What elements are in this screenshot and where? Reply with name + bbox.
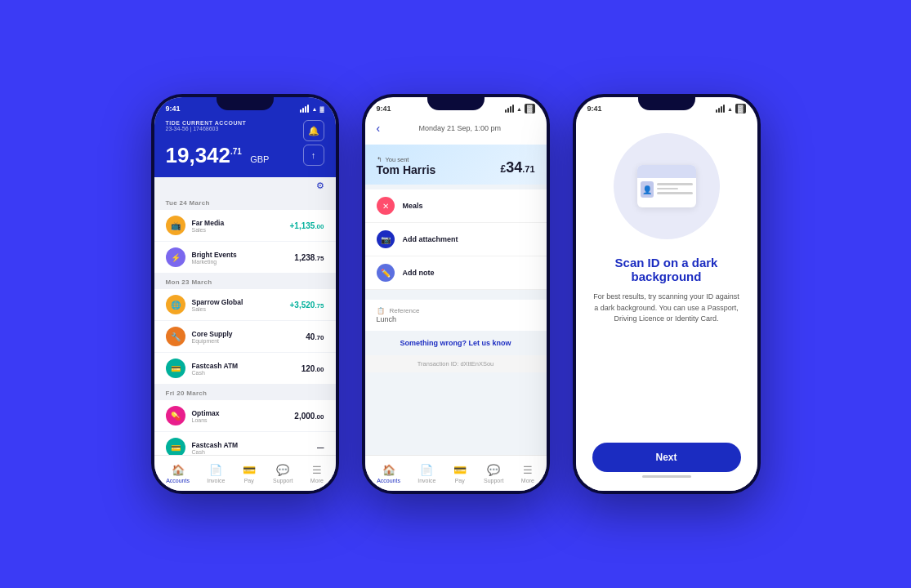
detail-add-attachment[interactable]: 📷 Add attachment: [365, 223, 547, 256]
amount-main: 34: [506, 159, 522, 176]
tx-core-supply[interactable]: 🔧 Core Supply Equipment 40.70: [154, 321, 336, 353]
phone-1: 9:41 ▲ ▓ TIDE CURRENT ACCOUNT 23-34-56 |…: [151, 94, 339, 494]
phone-3: 9:41 ▲ ▓ 👤: [573, 94, 761, 494]
battery-icon-2: ▓: [525, 104, 535, 114]
nav-pay-1[interactable]: 💳 Pay: [243, 464, 256, 483]
tx-fastcash-2[interactable]: 💳 Fastcash ATM Cash —: [154, 432, 336, 455]
nav-accounts-1[interactable]: 🏠 Accounts: [166, 464, 190, 483]
account-icon[interactable]: 🔔: [303, 120, 324, 141]
nav-support-2[interactable]: 💬 Support: [484, 464, 504, 483]
nav-pay-label: Pay: [244, 478, 254, 483]
next-button[interactable]: Next: [592, 443, 741, 472]
detail-section-tags: ✕ Meals 📷 Add attachment ✏️ Add note: [365, 189, 547, 290]
phone-2: 9:41 ▲ ▓ ‹ Monday 21 Sep, 1:00 pm: [362, 94, 550, 494]
status-icons-3: ▲ ▓: [716, 104, 746, 114]
tx-info-fastcash-1: Fastcash ATM Cash: [192, 362, 295, 376]
id-card-visual: 👤: [637, 165, 696, 207]
tx-detail-nav-header: ‹ Monday 21 Sep, 1:00 pm: [365, 117, 547, 145]
tx-icon-sparrow-global: 🌐: [166, 295, 185, 314]
section-gap: [365, 290, 547, 295]
nav-invoice-icon: 📄: [209, 464, 222, 476]
tx-amount-bright-events: 1,238.75: [294, 253, 324, 262]
attachment-label: Add attachment: [403, 235, 535, 243]
nav-support-1[interactable]: 💬 Support: [273, 464, 293, 483]
nav-invoice-1[interactable]: 📄 Invoice: [207, 464, 225, 483]
tx-cat-fastcash-1: Cash: [192, 370, 295, 376]
nav-pay-label-2: Pay: [455, 478, 465, 483]
signal-icon-3: [716, 105, 725, 113]
id-lines: [657, 181, 693, 197]
tx-optimax[interactable]: 💊 Optimax Loans 2,000.00: [154, 400, 336, 432]
id-card-content: 👤: [637, 178, 696, 201]
tx-cat-optimax: Loans: [192, 417, 288, 423]
nav-accounts-icon: 🏠: [172, 464, 185, 476]
tx-info-sparrow-global: Sparrow Global Sales: [192, 298, 284, 312]
nav-more-icon: ☰: [312, 464, 322, 476]
tx-far-media[interactable]: 📺 Far Media Sales +1,135.00: [154, 210, 336, 242]
tx-name-core-supply: Core Supply: [192, 330, 300, 338]
tx-amount-fastcash-2: —: [317, 443, 324, 452]
nav-invoice-icon-2: 📄: [420, 464, 433, 476]
tx-amount-far-media: +1,135.00: [290, 221, 324, 230]
id-line-1: [657, 183, 693, 185]
back-button[interactable]: ‹: [377, 122, 381, 135]
detail-meals[interactable]: ✕ Meals: [365, 189, 547, 223]
tx-info-bright-events: Bright Events Marketing: [192, 251, 288, 265]
tx-bright-events[interactable]: ⚡ Bright Events Marketing 1,238.75: [154, 242, 336, 274]
tx-sparrow-global[interactable]: 🌐 Sparrow Global Sales +3,520.75: [154, 289, 336, 321]
tx-info-far-media: Far Media Sales: [192, 219, 284, 233]
tx-amount-core-supply: 40.70: [306, 332, 324, 341]
nav-accounts-label: Accounts: [166, 478, 190, 483]
amount-dec: .71: [522, 164, 534, 174]
nav-pay-2[interactable]: 💳 Pay: [453, 464, 467, 483]
id-avatar-icon: 👤: [641, 181, 654, 198]
notch-1: [217, 94, 274, 110]
wifi-icon-2: ▲: [516, 106, 522, 112]
date-separator-mon: Mon 23 March: [154, 274, 336, 289]
export-icon[interactable]: ↑: [303, 145, 324, 166]
meals-icon: ✕: [377, 197, 395, 215]
balance-main: 19,342: [166, 143, 231, 167]
tx-icon-fastcash-2: 💳: [166, 438, 185, 455]
notch-3: [638, 94, 695, 110]
bottom-nav-1: 🏠 Accounts 📄 Invoice 💳 Pay 💬 Support ☰ M…: [154, 455, 336, 491]
id-line-2: [657, 188, 678, 190]
tx-info-core-supply: Core Supply Equipment: [192, 330, 300, 344]
tx-name-bright-events: Bright Events: [192, 251, 288, 259]
nav-support-icon: 💬: [276, 464, 289, 476]
nav-invoice-2[interactable]: 📄 Invoice: [418, 464, 435, 483]
something-wrong-link[interactable]: Something wrong? Let us know: [365, 331, 547, 355]
tx-icon-fastcash-1: 💳: [166, 359, 185, 378]
tx-cat-sparrow-global: Sales: [192, 306, 284, 312]
reference-value: Lunch: [377, 315, 535, 323]
tx-cat-fastcash-2: Cash: [192, 449, 311, 455]
notch-2: [427, 94, 485, 110]
nav-invoice-label-2: Invoice: [418, 478, 435, 483]
tx-name-optimax: Optimax: [192, 409, 288, 417]
balance-display: 19,342.71 GBP: [166, 145, 270, 166]
tx-icon-far-media: 📺: [166, 216, 185, 235]
status-icons-1: ▲ ▓: [300, 105, 324, 113]
filter-icon[interactable]: ⚙: [316, 180, 324, 191]
note-icon: ✏️: [377, 264, 395, 282]
nav-more-2[interactable]: ☰ More: [521, 464, 534, 483]
balance-currency: GBP: [250, 154, 269, 164]
nav-more-label-2: More: [521, 478, 534, 483]
nav-accounts-2[interactable]: 🏠 Accounts: [377, 464, 400, 483]
nav-more-label: More: [310, 478, 324, 483]
time-1: 9:41: [166, 105, 181, 113]
battery-icon: ▓: [319, 106, 324, 112]
detail-add-note[interactable]: ✏️ Add note: [365, 256, 547, 290]
nav-support-label-2: Support: [484, 478, 504, 483]
scan-illustration: 👤: [614, 133, 720, 239]
nav-accounts-icon-2: 🏠: [382, 464, 395, 476]
tx-fastcash-1[interactable]: 💳 Fastcash ATM Cash 120.00: [154, 353, 336, 385]
scan-description: For best results, try scanning your ID a…: [592, 292, 741, 325]
nav-more-1[interactable]: ☰ More: [310, 464, 324, 483]
tx-icon-bright-events: ⚡: [166, 247, 185, 267]
tx-name-far-media: Far Media: [192, 219, 284, 227]
tx-info-optimax: Optimax Loans: [192, 409, 288, 423]
tx-cat-core-supply: Equipment: [192, 338, 300, 344]
battery-icon-3: ▓: [735, 104, 746, 114]
tx-name-sparrow-global: Sparrow Global: [192, 298, 284, 306]
